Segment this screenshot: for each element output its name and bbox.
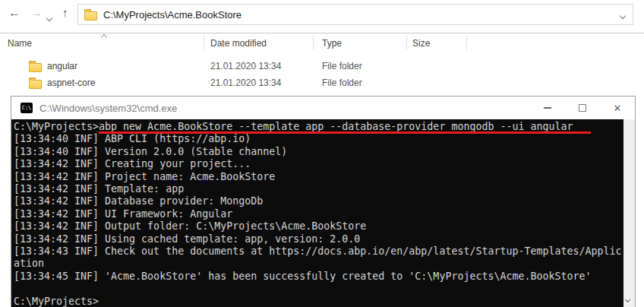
cmd-titlebar[interactable]: C:\ C:\Windows\system32\cmd.exe ✕ bbox=[11, 97, 635, 119]
terminal-line: [13:34:43 INF] Check out the documents a… bbox=[14, 245, 622, 271]
terminal-line: [13:34:42 INF] Creating your project... bbox=[14, 158, 622, 170]
file-row-angular[interactable]: angular 21.01.2020 13:34 File folder bbox=[0, 58, 532, 74]
folder-icon bbox=[29, 80, 42, 89]
terminal-line: [13:34:42 INF] UI Framework: Angular bbox=[14, 208, 622, 220]
terminal-line bbox=[14, 283, 622, 295]
chevron-down-icon bbox=[625, 297, 630, 302]
file-name: angular bbox=[47, 61, 77, 71]
terminal-line: [13:34:42 INF] Template: app bbox=[14, 183, 622, 195]
column-header-size[interactable]: Size bbox=[412, 38, 430, 49]
sort-ascending-icon bbox=[101, 34, 107, 40]
toolbar-divider bbox=[0, 33, 644, 33]
terminal-line: [13:34:42 INF] Database provider: MongoD… bbox=[14, 195, 622, 207]
terminal-line: [13:34:42 INF] Project name: Acme.BookSt… bbox=[14, 171, 622, 183]
cmd-window-title: C:\Windows\system32\cmd.exe bbox=[39, 103, 523, 114]
maximize-button[interactable] bbox=[565, 97, 600, 119]
folder-icon bbox=[84, 11, 97, 21]
column-header-date-modified[interactable]: Date modified bbox=[210, 38, 267, 49]
cmd-window: C:\ C:\Windows\system32\cmd.exe ✕ C:\MyP… bbox=[11, 96, 636, 307]
file-name: aspnet-core bbox=[47, 78, 95, 88]
terminal-line: [13:34:42 INF] Output folder: C:\MyProje… bbox=[14, 220, 622, 233]
column-separator[interactable] bbox=[204, 35, 204, 50]
file-date-modified: 21.01.2020 13:34 bbox=[210, 61, 281, 71]
column-separator[interactable] bbox=[406, 35, 407, 50]
column-header-name[interactable]: Name bbox=[8, 38, 32, 49]
cmd-icon[interactable]: C:\ bbox=[21, 103, 33, 113]
close-icon: ✕ bbox=[614, 103, 622, 113]
file-date-modified: 21.01.2020 13:34 bbox=[210, 78, 281, 88]
terminal-line: [13:34:45 INF] 'Acme.BookStore' has been… bbox=[14, 271, 622, 283]
column-header-type[interactable]: Type bbox=[322, 38, 342, 49]
column-separator[interactable] bbox=[466, 35, 467, 50]
chevron-down-icon bbox=[620, 13, 626, 19]
back-button[interactable]: ← bbox=[8, 5, 21, 21]
desktop-screen: ← → ↑ C:\MyProjects\Acme.BookStore Name … bbox=[0, 0, 644, 307]
terminal-prompt-line: C:\MyProjects> bbox=[14, 296, 622, 307]
file-row-aspnet-core[interactable]: aspnet-core 21.01.2020 13:34 File folder bbox=[0, 74, 532, 91]
terminal-text: C:\MyProjects>abp new Acme.BookStore --t… bbox=[14, 121, 622, 307]
minimize-icon bbox=[544, 107, 551, 109]
file-type: File folder bbox=[322, 61, 362, 71]
address-dropdown-button[interactable] bbox=[620, 8, 625, 21]
maximize-icon bbox=[579, 104, 586, 112]
terminal-scrollbar[interactable] bbox=[623, 119, 635, 307]
up-button[interactable]: ↑ bbox=[62, 5, 68, 21]
terminal-line: [13:34:42 INF] Using cached template: ap… bbox=[14, 233, 622, 245]
address-path: C:\MyProjects\Acme.BookStore bbox=[103, 9, 614, 21]
scroll-down-button[interactable] bbox=[626, 291, 630, 305]
terminal-line: [13:34:40 INF] Version 2.0.0 (Stable cha… bbox=[14, 146, 622, 158]
folder-icon bbox=[29, 63, 42, 72]
file-type: File folder bbox=[322, 78, 362, 88]
chevron-down-icon bbox=[46, 15, 52, 21]
minimize-button[interactable] bbox=[530, 97, 565, 119]
column-separator[interactable] bbox=[313, 35, 314, 50]
address-bar[interactable]: C:\MyProjects\Acme.BookStore bbox=[77, 4, 633, 25]
close-button[interactable]: ✕ bbox=[600, 97, 635, 119]
terminal-line: [13:34:40 INF] ABP CLI (https://abp.io) bbox=[14, 133, 622, 145]
command-highlight-underline bbox=[99, 131, 591, 134]
recent-locations-button[interactable] bbox=[47, 10, 52, 24]
terminal-output[interactable]: C:\MyProjects>abp new Acme.BookStore --t… bbox=[11, 119, 623, 307]
forward-button[interactable]: → bbox=[30, 5, 43, 21]
